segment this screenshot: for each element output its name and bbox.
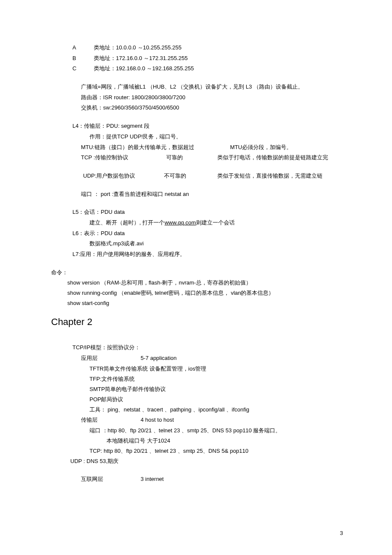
- l4-r1c3: MTU必须分段，加编号。: [230, 142, 341, 153]
- app-l3: SMTP简单的电子邮件传输协议: [51, 384, 341, 394]
- l4-r2c1: TCP :传输控制协议: [51, 152, 166, 163]
- layer-app-range: 5-7 application: [141, 353, 177, 364]
- l5-line-a: 建立、断开（超时）, 打开一个: [89, 219, 164, 226]
- layer-inet-range: 3 internet: [141, 474, 164, 485]
- l4-role: 作用：提供TCP UDP!艮务，端口号。: [51, 132, 341, 142]
- chapter-2-heading: Chapter 2: [51, 313, 341, 331]
- l4-row3: UDP:用户数据包协议 不可靠的 类似于发短信，直接传输数据，无需建立链: [51, 171, 341, 181]
- addr-c-text: 类地址：192.168.0.0 ～192.168.255.255: [94, 63, 341, 74]
- addr-b-text: 类地址：172.16.0.0 ～172.31.255.255: [94, 53, 341, 64]
- addr-a-label: A: [51, 43, 94, 53]
- qq-link[interactable]: www.qq.com: [164, 219, 196, 226]
- l4-row1: MTU:链路（接口）的最大传输单元，数据超过 MTU必须分段，加编号。: [51, 142, 341, 153]
- addr-a-text: 类地址：10.0.0.0 ～10.255.255.255: [94, 43, 341, 53]
- broadcast-line: 广播域=网段，广播域被L1 （HUB、L2 （交换机）设备扩大，见到 L3 （路…: [51, 82, 341, 92]
- router-line: 路由器：ISR router: 1800/2800/3800/7200: [51, 92, 341, 103]
- l6-title: L6：表示：PDU data: [51, 228, 341, 239]
- trans-l2: 本地随机端口号 大于1024: [51, 436, 341, 446]
- layer-inet: 互联网层 3 internet: [51, 474, 341, 485]
- switch-line: 交换机：sw:2960/3560/3750/4500/6500: [51, 103, 341, 113]
- layer-app-name: 应用层: [81, 353, 141, 364]
- layer-trans-name: 传输层: [81, 415, 141, 426]
- l6-line: 数据格式.mp3或者.avi: [51, 239, 341, 249]
- addr-b-label: B: [51, 53, 94, 64]
- app-l1: TFTR简单文件传输系统 设备配置管理，ios管理: [51, 364, 341, 374]
- l4-r2c2: 可靠的: [166, 152, 217, 163]
- l5-line: 建立、断开（超时）, 打开一个www.qq.com则建立一个会话: [51, 218, 341, 228]
- l4-r1c2: [213, 142, 230, 153]
- l4-r3c1: UDP:用户数据包协议: [51, 171, 164, 181]
- trans-l1: 端口 ：http 80、ftp 20/21 、telnet 23 、smtp 2…: [51, 426, 341, 436]
- l4-r3c3: 类似于发短信，直接传输数据，无需建立链: [217, 171, 341, 181]
- layer-trans-range: 4 host to host: [141, 415, 174, 426]
- l5-title: L5：会话：PDU data: [51, 207, 341, 218]
- app-l5: 工具： ping、netstat 、tracert 、pathping 、ipc…: [51, 405, 341, 415]
- l4-title: L4：传输层：PDU: segment 段: [51, 121, 341, 132]
- addr-row-a: A 类地址：10.0.0.0 ～10.255.255.255: [51, 43, 341, 53]
- udp-line: UDP : DNS 53,期庆: [51, 456, 341, 466]
- l4-r3c2: 不可靠的: [164, 171, 217, 181]
- addr-row-c: C 类地址：192.168.0.0 ～192.168.255.255: [51, 63, 341, 74]
- l7-title: L7:应用：用户使用网络时的服务、应用程序。: [51, 249, 341, 260]
- l4-row2: TCP :传输控制协议 可靠的 类似于打电话，传输数据的前提是链路建立完: [51, 152, 341, 163]
- cmd2: show running-config （enable密码, telnet密码，…: [51, 288, 341, 298]
- trans-l3: TCP: http 80、ftp 20/21 、telnet 23 、smtp …: [51, 446, 341, 456]
- l4-port: 端口 ： port :查看当前进程和端口 netstat an: [51, 189, 341, 200]
- tcpip-title: TCP/IP模型：按照协议分：: [51, 342, 341, 353]
- cmd-title: 命令：: [51, 267, 341, 278]
- addr-c-label: C: [51, 63, 94, 74]
- layer-trans: 传输层 4 host to host: [51, 415, 341, 426]
- addr-row-b: B 类地址：172.16.0.0 ～172.31.255.255: [51, 53, 341, 64]
- app-l4: POP邮局协议: [51, 394, 341, 405]
- app-l2: TFP:文件传输系统: [51, 374, 341, 384]
- cmd3: show start-config: [51, 298, 341, 308]
- cmd1: show version （RAM-总和可用，flash-剩于，nvram-总，…: [51, 278, 341, 288]
- l5-line-b: 则建立一个会话: [196, 219, 235, 226]
- layer-inet-name: 互联网层: [81, 474, 141, 485]
- layer-app: 应用层 5-7 application: [51, 353, 341, 364]
- l4-r2c3: 类似于打电话，传输数据的前提是链路建立完: [217, 152, 341, 163]
- l4-r1c1: MTU:链路（接口）的最大传输单元，数据超过: [51, 142, 213, 153]
